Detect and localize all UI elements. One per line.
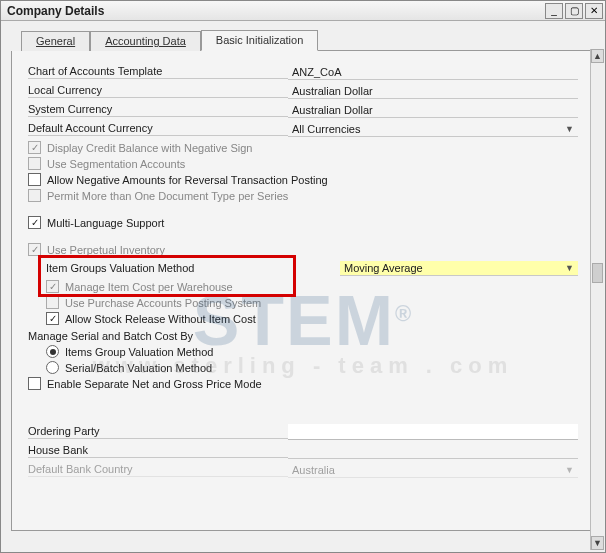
chevron-down-icon: ▼: [565, 263, 574, 273]
label-multi-language: Multi-Language Support: [47, 217, 164, 229]
label-manage-item-cost-wh: Manage Item Cost per Warehouse: [65, 281, 233, 293]
close-button[interactable]: ✕: [585, 3, 603, 19]
row-local-currency: Local Currency Australian Dollar: [28, 82, 578, 100]
scroll-up-button[interactable]: ▲: [591, 49, 604, 63]
check-permit-multi-doctype: Permit More than One Document Type per S…: [28, 189, 578, 202]
check-allow-negative-reversal[interactable]: Allow Negative Amounts for Reversal Tran…: [28, 173, 578, 186]
row-item-groups-valuation: Item Groups Valuation Method Moving Aver…: [46, 259, 578, 277]
checkbox-use-purchase-accounts: [46, 296, 59, 309]
label-item-groups-valuation: Item Groups Valuation Method: [46, 262, 288, 275]
label-default-bank-country: Default Bank Country: [28, 463, 288, 477]
dropdown-default-account-currency[interactable]: All Currencies ▼: [288, 122, 578, 137]
row-default-account-currency: Default Account Currency All Currencies …: [28, 120, 578, 138]
highlight-target: Item Groups Valuation Method Moving Aver…: [28, 259, 578, 293]
value-chart-template[interactable]: ANZ_CoA: [288, 65, 578, 80]
dropdown-default-bank-country[interactable]: Australia ▼: [288, 463, 578, 478]
label-system-currency: System Currency: [28, 103, 288, 117]
window-title: Company Details: [7, 4, 104, 18]
window-controls: _ ▢ ✕: [543, 3, 603, 19]
value-system-currency[interactable]: Australian Dollar: [288, 103, 578, 118]
check-display-credit-neg: ✓ Display Credit Balance with Negative S…: [28, 141, 578, 154]
radio-items-group-valuation[interactable]: [46, 345, 59, 358]
label-permit-multi-doctype: Permit More than One Document Type per S…: [47, 190, 288, 202]
check-use-perpetual-inventory: ✓ Use Perpetual Inventory: [28, 243, 578, 256]
content-area: General Accounting Data Basic Initializa…: [1, 21, 605, 552]
label-default-account-currency: Default Account Currency: [28, 122, 288, 136]
heading-manage-serial-batch: Manage Serial and Batch Cost By: [28, 330, 578, 342]
tab-basic-initialization[interactable]: Basic Initialization: [201, 30, 318, 51]
row-chart-template: Chart of Accounts Template ANZ_CoA: [28, 63, 578, 81]
checkbox-manage-item-cost-wh: ✓: [46, 280, 59, 293]
checkbox-allow-stock-release[interactable]: ✓: [46, 312, 59, 325]
checkbox-use-segmentation: [28, 157, 41, 170]
value-local-currency[interactable]: Australian Dollar: [288, 84, 578, 99]
company-details-window: Company Details _ ▢ ✕ General Accounting…: [0, 0, 606, 553]
check-use-segmentation: Use Segmentation Accounts: [28, 157, 578, 170]
scroll-down-button[interactable]: ▼: [591, 536, 604, 550]
value-house-bank[interactable]: [288, 444, 578, 459]
label-use-segmentation: Use Segmentation Accounts: [47, 158, 185, 170]
label-enable-separate-price-mode: Enable Separate Net and Gross Price Mode: [47, 378, 262, 390]
label-use-perpetual-inventory: Use Perpetual Inventory: [47, 244, 165, 256]
scroll-thumb[interactable]: [592, 263, 603, 283]
row-system-currency: System Currency Australian Dollar: [28, 101, 578, 119]
scroll-track[interactable]: [591, 63, 604, 536]
label-allow-negative-reversal: Allow Negative Amounts for Reversal Tran…: [47, 174, 328, 186]
check-enable-separate-price-mode[interactable]: Enable Separate Net and Gross Price Mode: [28, 377, 578, 390]
titlebar: Company Details _ ▢ ✕: [1, 1, 605, 21]
label-ordering-party: Ordering Party: [28, 425, 288, 439]
checkbox-use-perpetual-inventory: ✓: [28, 243, 41, 256]
tab-accounting-data[interactable]: Accounting Data: [90, 31, 201, 51]
dropdown-value-item-groups-valuation: Moving Average: [344, 262, 423, 274]
row-house-bank: House Bank: [28, 442, 578, 460]
radio-row-serial-batch-valuation[interactable]: Serial/Batch Valuation Method: [46, 361, 578, 374]
checkbox-allow-negative-reversal[interactable]: [28, 173, 41, 186]
minimize-button[interactable]: _: [545, 3, 563, 19]
label-radio-items-group-valuation: Items Group Valuation Method: [65, 346, 213, 358]
check-manage-item-cost-wh: ✓ Manage Item Cost per Warehouse: [46, 280, 578, 293]
dropdown-value-default-bank-country: Australia: [292, 464, 335, 476]
radio-row-items-group-valuation[interactable]: Items Group Valuation Method: [46, 345, 578, 358]
chevron-down-icon: ▼: [565, 465, 574, 475]
check-use-purchase-accounts: Use Purchase Accounts Posting System: [46, 296, 578, 309]
label-allow-stock-release: Allow Stock Release Without Item Cost: [65, 313, 256, 325]
row-default-bank-country: Default Bank Country Australia ▼: [28, 461, 578, 479]
dropdown-item-groups-valuation[interactable]: Moving Average ▼: [340, 261, 578, 276]
label-display-credit-neg: Display Credit Balance with Negative Sig…: [47, 142, 252, 154]
input-ordering-party[interactable]: [288, 424, 578, 440]
radio-serial-batch-valuation[interactable]: [46, 361, 59, 374]
tab-general[interactable]: General: [21, 31, 90, 51]
scrollbar-vertical[interactable]: ▲ ▼: [590, 49, 604, 550]
maximize-button[interactable]: ▢: [565, 3, 583, 19]
label-house-bank: House Bank: [28, 444, 288, 458]
checkbox-multi-language[interactable]: ✓: [28, 216, 41, 229]
chevron-down-icon: ▼: [565, 124, 574, 134]
row-ordering-party: Ordering Party: [28, 423, 578, 441]
checkbox-enable-separate-price-mode[interactable]: [28, 377, 41, 390]
check-multi-language[interactable]: ✓ Multi-Language Support: [28, 216, 578, 229]
tabstrip: General Accounting Data Basic Initializa…: [21, 29, 595, 51]
dropdown-value-default-account-currency: All Currencies: [292, 123, 360, 135]
label-local-currency: Local Currency: [28, 84, 288, 98]
label-radio-serial-batch-valuation: Serial/Batch Valuation Method: [65, 362, 212, 374]
basic-initialization-pane: STEM® www.sterling - team . com Chart of…: [11, 51, 595, 531]
label-use-purchase-accounts: Use Purchase Accounts Posting System: [65, 297, 261, 309]
check-allow-stock-release[interactable]: ✓ Allow Stock Release Without Item Cost: [46, 312, 578, 325]
checkbox-display-credit-neg: ✓: [28, 141, 41, 154]
label-chart-template: Chart of Accounts Template: [28, 65, 288, 79]
checkbox-permit-multi-doctype: [28, 189, 41, 202]
